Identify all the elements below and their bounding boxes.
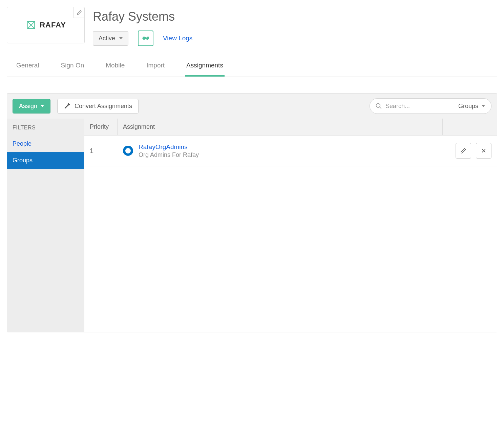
svg-point-0 bbox=[376, 104, 380, 108]
remove-assignment-button[interactable] bbox=[476, 143, 491, 159]
status-dropdown[interactable]: Active bbox=[93, 31, 128, 46]
column-assignment: Assignment bbox=[118, 119, 443, 135]
convert-assignments-button[interactable]: Convert Assignments bbox=[57, 99, 139, 114]
app-logo: RAFAY bbox=[25, 19, 66, 31]
search-icon bbox=[375, 103, 382, 109]
filters-heading: FILTERS bbox=[7, 119, 84, 136]
tab-general[interactable]: General bbox=[15, 56, 41, 77]
view-logs-link[interactable]: View Logs bbox=[163, 35, 192, 42]
handshake-button[interactable] bbox=[138, 30, 153, 46]
tab-mobile[interactable]: Mobile bbox=[104, 56, 126, 77]
filter-sidebar: FILTERS People Groups bbox=[7, 119, 84, 332]
edit-logo-button[interactable] bbox=[74, 7, 84, 18]
assignment-description: Org Admins For Rafay bbox=[139, 151, 199, 159]
table-row: 1 RafayOrgAdmins Org Admins For Rafay bbox=[84, 136, 497, 166]
column-priority: Priority bbox=[84, 119, 118, 135]
toolbar: Assign Convert Assignments Groups bbox=[7, 94, 497, 119]
rafay-logo-icon bbox=[25, 19, 37, 31]
logo-text: RAFAY bbox=[40, 21, 66, 29]
search-group: Groups bbox=[370, 98, 491, 114]
pencil-icon bbox=[77, 10, 82, 15]
edit-assignment-button[interactable] bbox=[456, 143, 471, 159]
tab-sign-on[interactable]: Sign On bbox=[60, 56, 86, 77]
app-logo-card: RAFAY bbox=[7, 7, 85, 43]
cell-priority: 1 bbox=[84, 147, 118, 155]
assignment-name-link[interactable]: RafayOrgAdmins bbox=[139, 143, 199, 151]
search-input[interactable] bbox=[385, 103, 446, 110]
handshake-icon bbox=[141, 35, 150, 42]
filter-item-groups[interactable]: Groups bbox=[7, 152, 84, 169]
search-scope-dropdown[interactable]: Groups bbox=[452, 99, 491, 114]
status-label: Active bbox=[99, 35, 115, 42]
close-icon bbox=[481, 148, 486, 153]
group-icon bbox=[123, 146, 133, 156]
svg-line-1 bbox=[379, 107, 381, 109]
scope-label: Groups bbox=[458, 103, 478, 110]
assignments-panel: Assign Convert Assignments Groups FILTER… bbox=[7, 93, 497, 332]
tab-import[interactable]: Import bbox=[145, 56, 166, 77]
chevron-down-icon bbox=[119, 37, 123, 39]
pencil-icon bbox=[460, 148, 466, 154]
table-header: Priority Assignment bbox=[84, 119, 497, 136]
convert-label: Convert Assignments bbox=[75, 103, 132, 110]
assignments-table: Priority Assignment 1 RafayOrgAdmins Org… bbox=[84, 119, 497, 332]
filter-item-people[interactable]: People bbox=[7, 136, 84, 152]
wrench-icon bbox=[64, 103, 70, 109]
page-title: Rafay Systems bbox=[93, 9, 497, 24]
tab-bar: General Sign On Mobile Import Assignment… bbox=[7, 56, 497, 77]
tab-assignments[interactable]: Assignments bbox=[185, 56, 225, 77]
column-actions bbox=[443, 119, 497, 135]
chevron-down-icon bbox=[482, 105, 485, 107]
assign-label: Assign bbox=[19, 103, 37, 110]
chevron-down-icon bbox=[41, 105, 44, 107]
assign-button[interactable]: Assign bbox=[13, 99, 50, 114]
